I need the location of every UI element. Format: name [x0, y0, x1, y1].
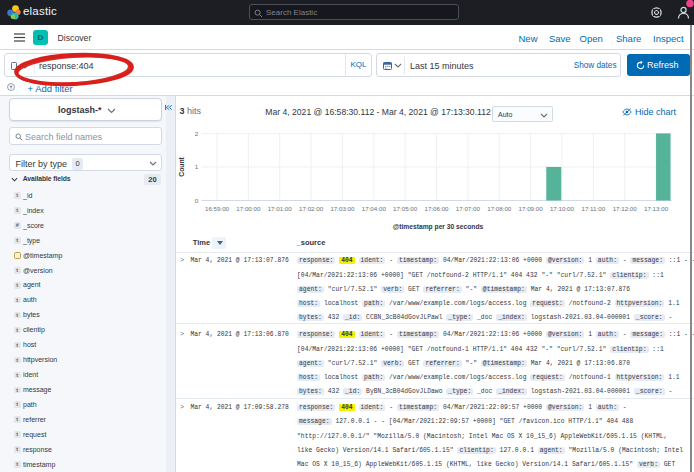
svg-text:17:13:00: 17:13:00	[644, 205, 669, 212]
svg-text:17:03:00: 17:03:00	[330, 205, 355, 212]
svg-text:@timestamp per 30 seconds: @timestamp per 30 seconds	[393, 223, 484, 231]
svg-text:17:01:00: 17:01:00	[268, 205, 293, 212]
svg-text:17:08:00: 17:08:00	[487, 205, 512, 212]
svg-text:17:04:00: 17:04:00	[362, 205, 387, 212]
svg-text:16:59:00: 16:59:00	[205, 205, 230, 212]
svg-text:17:02:00: 17:02:00	[299, 205, 324, 212]
svg-text:17:10:00: 17:10:00	[550, 205, 575, 212]
svg-text:1: 1	[195, 163, 199, 170]
svg-text:17:09:00: 17:09:00	[519, 205, 544, 212]
svg-text:17:00:00: 17:00:00	[236, 205, 261, 212]
svg-text:2: 2	[195, 130, 199, 137]
svg-text:17:05:00: 17:05:00	[393, 205, 418, 212]
svg-text:17:07:00: 17:07:00	[456, 205, 481, 212]
svg-text:Count: Count	[178, 156, 185, 176]
svg-text:17:06:00: 17:06:00	[424, 205, 449, 212]
svg-text:0: 0	[195, 197, 199, 204]
svg-text:17:11:00: 17:11:00	[581, 205, 605, 212]
svg-text:17:12:00: 17:12:00	[613, 205, 638, 212]
